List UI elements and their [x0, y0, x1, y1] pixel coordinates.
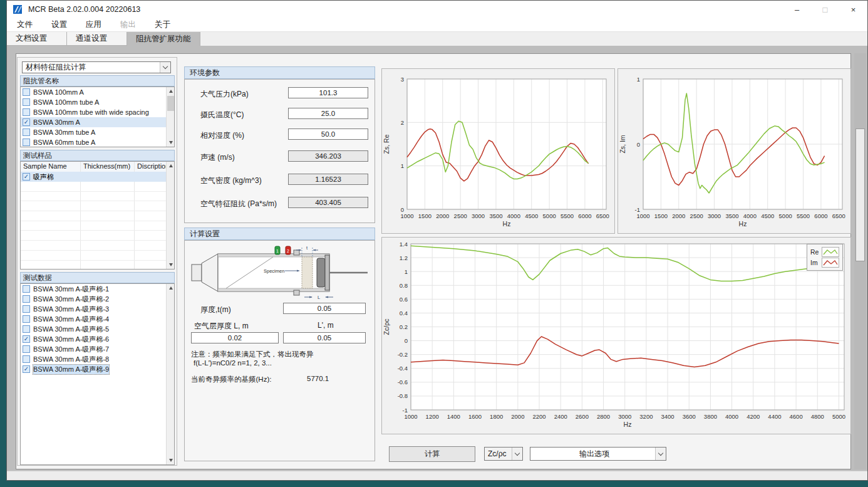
calc-type-dropdown[interactable]: 材料特征阻抗计算: [22, 61, 171, 73]
svg-text:2400: 2400: [554, 413, 567, 420]
env-field-input[interactable]: 101.3: [288, 87, 368, 98]
list-item[interactable]: BSWA 100mm tube A: [21, 97, 174, 107]
scroll-down-icon[interactable]: [167, 261, 175, 269]
impedance-tube-diagram: 1 2 t L Specimen: [190, 246, 369, 301]
window-vertical-scrollbar[interactable]: [854, 53, 866, 469]
chart-plot: 1000120014001600180020002200240026002800…: [382, 238, 850, 434]
scroll-down-icon[interactable]: [167, 456, 175, 464]
tab-item[interactable]: 通道设置: [67, 32, 127, 46]
checkbox[interactable]: [23, 88, 30, 96]
data-section-title: 测试数据: [20, 272, 175, 283]
checkbox[interactable]: ✓: [23, 335, 30, 343]
list-item[interactable]: BSWA 30mm A-吸声棉-1: [21, 284, 174, 294]
table-header-row: Sample NameThickness(mm)Discriptior: [21, 162, 174, 172]
sample-table-scrollbar[interactable]: [166, 162, 174, 269]
table-cell: [81, 201, 135, 211]
air-layer-Lp-input[interactable]: 0.05: [283, 332, 366, 343]
checkbox[interactable]: [23, 345, 30, 353]
table-cell: [81, 251, 135, 260]
tab-item[interactable]: 文档设置: [7, 32, 67, 46]
list-item-label: BSWA 30mm A-吸声棉-8: [33, 355, 109, 364]
list-item[interactable]: BSWA 30mm A-吸声棉-4: [21, 314, 174, 324]
env-field-input[interactable]: 50.0: [288, 128, 368, 140]
checkbox[interactable]: [23, 305, 30, 313]
data-list-scrollbar[interactable]: [166, 284, 174, 464]
checkbox[interactable]: [23, 285, 30, 293]
tube-list-scrollbar[interactable]: [166, 87, 174, 147]
app-logo-icon: [13, 4, 23, 14]
checkbox[interactable]: [23, 295, 30, 303]
checkbox[interactable]: [23, 355, 30, 363]
close-button[interactable]: ×: [839, 1, 867, 18]
scrollbar-thumb[interactable]: [167, 96, 174, 111]
table-row-empty: [21, 211, 174, 221]
minimize-button[interactable]: –: [783, 1, 811, 18]
calculate-button[interactable]: 计算: [389, 446, 475, 462]
svg-text:6000: 6000: [578, 212, 591, 219]
svg-text:3000: 3000: [472, 212, 485, 219]
menu-item[interactable]: 设置: [48, 18, 71, 31]
dim-L-label: L: [318, 295, 320, 300]
scroll-up-icon[interactable]: [167, 162, 175, 170]
env-field-input[interactable]: 25.0: [288, 108, 368, 119]
svg-text:-0.8: -0.8: [398, 392, 408, 399]
list-item[interactable]: ✓BSWA 30mm A: [21, 117, 174, 127]
checkbox[interactable]: [23, 325, 30, 333]
list-item[interactable]: BSWA 30mm A-吸声棉-5: [21, 324, 174, 334]
table-cell: [135, 251, 167, 260]
checkbox[interactable]: ✓: [23, 365, 30, 373]
legend-label: Re: [810, 248, 822, 256]
scroll-up-icon[interactable]: [167, 87, 175, 95]
table-cell: [135, 231, 167, 240]
maximize-button[interactable]: □: [811, 1, 839, 18]
list-item-label: BSWA 100mm tube A: [33, 98, 99, 106]
checkbox[interactable]: [23, 139, 30, 146]
menu-item[interactable]: 应用: [82, 18, 105, 31]
checkbox[interactable]: [23, 128, 30, 136]
table-cell: [21, 201, 81, 211]
chevron-down-icon[interactable]: [512, 448, 522, 460]
list-item[interactable]: BSWA 30mm tube A: [21, 127, 174, 137]
svg-text:-0.2: -0.2: [398, 351, 408, 358]
checkbox[interactable]: [23, 315, 30, 323]
checkbox[interactable]: ✓: [23, 118, 30, 126]
table-cell: [81, 261, 135, 270]
checkbox[interactable]: ✓: [23, 173, 30, 181]
column-header: Sample Name: [21, 162, 81, 172]
table-row[interactable]: ✓吸声棉: [21, 172, 174, 182]
chart-plot: 1000150020002500300035004000450050005500…: [382, 69, 614, 233]
thickness-input[interactable]: 0.05: [283, 303, 366, 314]
unit-dropdown[interactable]: Zc/ρc: [484, 447, 523, 461]
svg-text:0.6: 0.6: [400, 296, 408, 303]
scrollbar-thumb[interactable]: [855, 128, 865, 261]
list-item[interactable]: BSWA 60mm tube A: [21, 137, 174, 147]
list-item[interactable]: ✓BSWA 30mm A-吸声棉-9: [21, 364, 174, 374]
list-item[interactable]: BSWA 30mm A-吸声棉-3: [21, 304, 174, 314]
svg-text:1: 1: [405, 268, 408, 275]
menu-item[interactable]: 关于: [151, 18, 174, 31]
chevron-down-icon[interactable]: [655, 448, 666, 460]
legend-item[interactable]: Re: [810, 247, 839, 257]
output-options-dropdown[interactable]: 输出选项: [530, 447, 666, 461]
checkbox[interactable]: [23, 108, 30, 116]
table-row-empty: [21, 221, 174, 231]
svg-text:3: 3: [401, 76, 404, 83]
list-item-label: BSWA 30mm tube A: [33, 128, 95, 136]
air-layer-L-input[interactable]: 0.02: [191, 332, 279, 343]
list-item[interactable]: BSWA 30mm A-吸声棉-8: [21, 354, 174, 364]
env-params-title: 环境参数: [184, 66, 375, 79]
scroll-up-icon[interactable]: [167, 284, 175, 292]
list-item[interactable]: BSWA 100mm tube with wide spacing: [21, 107, 174, 117]
legend-item[interactable]: Im: [810, 258, 839, 268]
checkbox[interactable]: [23, 98, 30, 106]
menu-item[interactable]: 文件: [13, 18, 36, 31]
list-item[interactable]: BSWA 100mm A: [21, 87, 174, 97]
list-item[interactable]: BSWA 30mm A-吸声棉-2: [21, 294, 174, 304]
list-item-label: BSWA 60mm tube A: [33, 139, 95, 146]
list-item[interactable]: ✓BSWA 30mm A-吸声棉-6: [21, 334, 174, 344]
scroll-down-icon[interactable]: [167, 139, 175, 147]
tab-active[interactable]: 阻抗管扩展功能: [127, 32, 200, 46]
list-item[interactable]: BSWA 30mm A-吸声棉-7: [21, 344, 174, 354]
svg-text:4000: 4000: [743, 212, 757, 219]
chevron-down-icon[interactable]: [160, 62, 170, 73]
